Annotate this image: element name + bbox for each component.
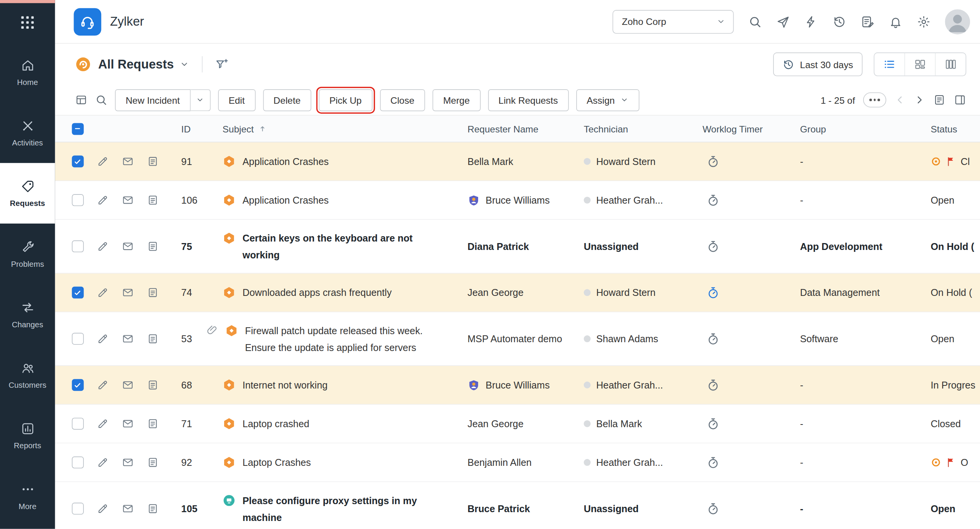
- sidebar-item-problems[interactable]: Problems: [0, 224, 55, 284]
- request-subject[interactable]: Application Crashes: [243, 192, 329, 209]
- table-settings-icon[interactable]: [75, 94, 88, 106]
- email-icon[interactable]: [115, 503, 140, 514]
- row-checkbox[interactable]: [72, 418, 84, 429]
- table-row[interactable]: 106 Application Crashes Bruce Williams H…: [55, 181, 980, 220]
- sidebar-item-activities[interactable]: Activities: [0, 103, 55, 163]
- settings-icon[interactable]: [917, 15, 931, 28]
- column-header-worklog[interactable]: Worklog Timer: [703, 123, 800, 134]
- column-header-id[interactable]: ID: [165, 123, 209, 134]
- email-icon[interactable]: [115, 240, 140, 252]
- worklog-timer-icon[interactable]: [706, 456, 720, 469]
- request-subject[interactable]: Firewall patch update released this week…: [245, 322, 433, 356]
- worklog-timer-icon[interactable]: [706, 417, 720, 431]
- worklog-timer-icon[interactable]: [706, 378, 720, 392]
- table-row[interactable]: 75 Certain keys on the keyboard are not …: [55, 220, 980, 273]
- request-subject[interactable]: Certain keys on the keyboard are not wor…: [243, 230, 430, 263]
- row-checkbox[interactable]: [72, 240, 84, 252]
- sidebar-item-reports[interactable]: Reports: [0, 405, 55, 466]
- zia-icon[interactable]: [805, 15, 818, 28]
- column-view-toggle[interactable]: [935, 53, 966, 76]
- notes-icon[interactable]: [140, 240, 165, 252]
- email-icon[interactable]: [115, 155, 140, 167]
- email-icon[interactable]: [115, 457, 140, 469]
- new-incident-button[interactable]: New Incident: [115, 89, 190, 111]
- view-selector-caret[interactable]: [179, 59, 189, 69]
- edit-icon[interactable]: [90, 155, 115, 167]
- column-chooser-icon[interactable]: [954, 94, 967, 106]
- email-icon[interactable]: [115, 287, 140, 299]
- sidebar-item-changes[interactable]: Changes: [0, 284, 55, 345]
- sidebar-item-requests[interactable]: Requests: [0, 163, 55, 224]
- pagination-total-toggle[interactable]: [863, 92, 886, 107]
- table-row[interactable]: 92 Laptop Crashes Benjamin Allen Heather…: [55, 443, 980, 482]
- edit-icon[interactable]: [90, 418, 115, 429]
- assign-button[interactable]: Assign: [576, 89, 639, 111]
- table-row[interactable]: 71 Laptop crashed Jean George Bella Mark…: [55, 405, 980, 443]
- email-icon[interactable]: [115, 418, 140, 429]
- date-range-button[interactable]: Last 30 days: [773, 52, 862, 76]
- row-checkbox[interactable]: [72, 287, 84, 299]
- pick-up-button[interactable]: Pick Up: [319, 89, 372, 111]
- edit-icon[interactable]: [90, 240, 115, 252]
- notifications-icon[interactable]: [889, 15, 903, 28]
- sidebar-item-home[interactable]: Home: [0, 42, 55, 102]
- list-view-toggle[interactable]: [874, 53, 904, 76]
- request-subject[interactable]: Application Crashes: [243, 153, 329, 170]
- column-header-technician[interactable]: Technician: [584, 123, 703, 134]
- edit-button[interactable]: Edit: [218, 89, 256, 111]
- delete-button[interactable]: Delete: [263, 89, 311, 111]
- edit-icon[interactable]: [90, 287, 115, 299]
- worklog-timer-icon[interactable]: [706, 240, 720, 253]
- whats-new-icon[interactable]: [776, 15, 790, 28]
- edit-icon[interactable]: [90, 194, 115, 206]
- notes-icon[interactable]: [140, 418, 165, 429]
- request-subject[interactable]: Laptop crashed: [243, 415, 309, 432]
- feedback-icon[interactable]: [860, 15, 874, 28]
- column-header-requester[interactable]: Requester Name: [467, 123, 583, 134]
- notes-icon[interactable]: [140, 503, 165, 514]
- close-button[interactable]: Close: [380, 89, 425, 111]
- user-avatar[interactable]: [945, 9, 970, 34]
- select-all-checkbox[interactable]: [72, 123, 84, 135]
- notes-icon[interactable]: [140, 457, 165, 469]
- column-header-group[interactable]: Group: [800, 123, 931, 134]
- request-subject[interactable]: Laptop Crashes: [243, 454, 311, 471]
- previous-page-button[interactable]: [895, 94, 906, 105]
- worklog-timer-icon[interactable]: [706, 155, 720, 168]
- column-header-status[interactable]: Status: [931, 123, 980, 134]
- table-row[interactable]: 53 Firewall patch update released this w…: [55, 312, 980, 366]
- worklog-timer-icon[interactable]: [706, 332, 720, 346]
- edit-icon[interactable]: [90, 379, 115, 391]
- column-header-subject[interactable]: Subject: [209, 123, 467, 134]
- notes-icon[interactable]: [140, 287, 165, 299]
- next-page-button[interactable]: [914, 94, 925, 105]
- request-subject[interactable]: Please configure proxy settings in my ma…: [243, 492, 430, 526]
- history-icon[interactable]: [833, 15, 846, 28]
- row-checkbox[interactable]: [72, 155, 84, 167]
- email-icon[interactable]: [115, 379, 140, 391]
- sidebar-item-customers[interactable]: Customers: [0, 345, 55, 405]
- add-filter-icon[interactable]: [215, 58, 228, 71]
- notes-icon[interactable]: [140, 194, 165, 206]
- link-requests-button[interactable]: Link Requests: [488, 89, 569, 111]
- list-search-icon[interactable]: [95, 94, 108, 106]
- app-switcher-button[interactable]: [0, 3, 55, 42]
- edit-icon[interactable]: [90, 457, 115, 469]
- worklog-timer-icon[interactable]: [706, 502, 720, 516]
- email-icon[interactable]: [115, 333, 140, 345]
- edit-icon[interactable]: [90, 503, 115, 514]
- notes-icon[interactable]: [140, 379, 165, 391]
- merge-button[interactable]: Merge: [433, 89, 480, 111]
- worklog-timer-running-icon[interactable]: [706, 286, 720, 299]
- new-incident-caret[interactable]: [190, 89, 210, 111]
- search-icon[interactable]: [748, 15, 762, 28]
- sidebar-item-more[interactable]: More: [0, 466, 55, 526]
- org-selector[interactable]: Zoho Corp: [613, 10, 734, 33]
- table-row[interactable]: 68 Internet not working Bruce Williams H…: [55, 366, 980, 405]
- card-view-toggle[interactable]: [905, 53, 935, 76]
- request-subject[interactable]: Downloaded apps crash frequently: [243, 284, 392, 301]
- row-checkbox[interactable]: [72, 379, 84, 391]
- summary-panel-icon[interactable]: [933, 94, 946, 106]
- row-checkbox[interactable]: [72, 194, 84, 206]
- row-checkbox[interactable]: [72, 503, 84, 514]
